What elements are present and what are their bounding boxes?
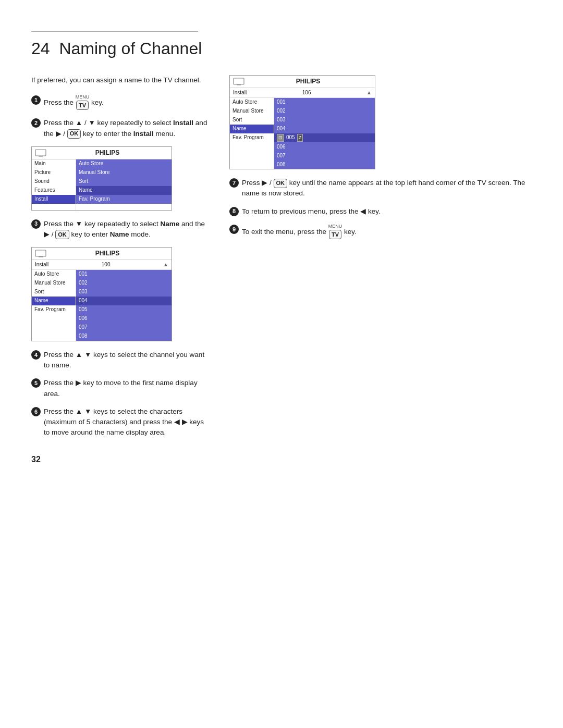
screen3-right-004: 004: [274, 125, 375, 133]
screen-3: PHILIPS Install 106 ▲ Auto Store Manual …: [229, 75, 375, 169]
screen3-right-006: 006: [274, 142, 375, 151]
screen2-header: PHILIPS: [32, 248, 172, 260]
step-1: 1 Press the MENU TV key.: [31, 95, 209, 110]
screen2-left-manualstore: Manual Store: [32, 279, 76, 288]
screen1-right-manualstore: Manual Store: [76, 168, 172, 177]
screen3-body: Auto Store Manual Store Sort Name Fav. P…: [230, 98, 375, 169]
screen3-right-001: 001: [274, 98, 375, 107]
step-2-text: Press the ▲ / ▼ key repeatedly to select…: [44, 118, 209, 139]
screen3-right: 001 002 003 004 ⊡ 005 Z 006 007 008: [274, 98, 375, 169]
screen2-right: 001 002 003 004 005 006 007 008: [76, 270, 172, 341]
step-4-num: 4: [31, 350, 41, 360]
step-9-num: 9: [229, 225, 239, 234]
screen1-right-sort: Sort: [76, 177, 172, 186]
step-3: 3 Press the ▼ key repeatedly to select N…: [31, 219, 209, 240]
step-1-num: 1: [31, 95, 41, 105]
step-2: 2 Press the ▲ / ▼ key repeatedly to sele…: [31, 118, 209, 139]
svg-rect-0: [35, 150, 46, 156]
step-7-num: 7: [229, 178, 239, 188]
screen1-left-sound: Sound: [32, 177, 76, 186]
screen3-right-002: 002: [274, 107, 375, 116]
screen2-right-001: 001: [76, 270, 172, 279]
content-area: If preferred, you can assign a name to t…: [31, 75, 532, 465]
step-4-text: Press the ▲ ▼ keys to select the channel…: [44, 350, 209, 371]
screen1-right-favprogram: Fav. Program: [76, 195, 172, 204]
tv-icon-2: [35, 249, 46, 257]
screen2-left-autostore: Auto Store: [32, 270, 76, 279]
screen1-right: Auto Store Manual Store Sort Name Fav. P…: [76, 159, 172, 210]
screen1-body: Main Picture Sound Features Install Auto…: [32, 159, 172, 210]
screen2-right-002: 002: [76, 279, 172, 288]
tv-icon-1: [35, 149, 46, 157]
screen1-brand: PHILIPS: [46, 149, 168, 157]
screen3-left-name: Name: [230, 125, 274, 133]
screen-1: PHILIPS Main Picture Sound Features Inst…: [31, 146, 172, 211]
svg-rect-5: [237, 84, 241, 85]
screen1-right-empty: [76, 204, 172, 210]
left-column: If preferred, you can assign a name to t…: [31, 75, 209, 465]
screen2-right-008: 008: [76, 332, 172, 341]
step-6-num: 6: [31, 407, 41, 416]
screen1-left-picture: Picture: [32, 168, 76, 177]
ok-key-7: OK: [274, 179, 288, 188]
step-9: 9 To exit the menu, press the MENU TV ke…: [229, 224, 532, 240]
screen1-left: Main Picture Sound Features Install: [32, 159, 76, 210]
page-number: 32: [31, 454, 209, 465]
step-8: 8 To return to previous menu, press the …: [229, 206, 532, 217]
step-1-text: Press the MENU TV key.: [44, 95, 209, 110]
screen1-right-autostore: Auto Store: [76, 159, 172, 168]
screen2-left-favprogram: Fav. Program: [32, 305, 76, 314]
chapter-title: 24 Naming of Channel: [31, 37, 532, 60]
screen2-right-007: 007: [76, 323, 172, 332]
svg-rect-1: [39, 156, 43, 157]
screen2-right-006: 006: [76, 314, 172, 323]
step-2-num: 2: [31, 118, 41, 128]
screen3-left-autostore: Auto Store: [230, 98, 274, 107]
step-6-text: Press the ▲ ▼ keys to select the charact…: [44, 406, 209, 438]
screen3-right-008: 008: [274, 160, 375, 169]
step-5-text: Press the ▶ key to move to the first nam…: [44, 378, 209, 399]
screen2-left-name: Name: [32, 297, 76, 305]
page: 24 Naming of Channel If preferred, you c…: [0, 0, 563, 497]
tv-key-9: TV: [329, 230, 341, 239]
screen3-left: Auto Store Manual Store Sort Name Fav. P…: [230, 98, 274, 169]
step-7: 7 Press ▶ / OK key until the name appear…: [229, 178, 532, 199]
step-6: 6 Press the ▲ ▼ keys to select the chara…: [31, 406, 209, 438]
screen3-left-manualstore: Manual Store: [230, 107, 274, 116]
screen2-right-003: 003: [76, 288, 172, 297]
screen3-right-005: ⊡ 005 Z: [274, 133, 375, 143]
screen1-left-features: Features: [32, 186, 76, 195]
screen1-right-name: Name: [76, 186, 172, 195]
screen3-header: PHILIPS: [230, 76, 375, 88]
svg-rect-4: [234, 78, 244, 84]
svg-rect-3: [39, 256, 43, 257]
chapter-title-text: Naming of Channel: [59, 39, 202, 58]
screen1-header: PHILIPS: [32, 147, 172, 159]
screen3-subheader: Install 106 ▲: [230, 88, 375, 98]
tv-icon-3: [233, 77, 244, 85]
tv-key-1: TV: [76, 101, 89, 110]
right-column: PHILIPS Install 106 ▲ Auto Store Manual …: [229, 75, 532, 465]
screen3-right-003: 003: [274, 116, 375, 125]
screen2-left-sort: Sort: [32, 288, 76, 297]
step-5-num: 5: [31, 378, 41, 388]
screen3-right-007: 007: [274, 151, 375, 160]
chapter-number: 24: [31, 39, 50, 58]
screen3-left-sort: Sort: [230, 116, 274, 125]
screen2-right-004: 004: [76, 297, 172, 305]
step-9-text: To exit the menu, press the MENU TV key.: [242, 224, 532, 240]
screen2-left: Auto Store Manual Store Sort Name Fav. P…: [32, 270, 76, 341]
screen1-left-empty2: [32, 205, 76, 207]
screen1-left-install: Install: [32, 195, 76, 204]
step-3-text: Press the ▼ key repeatedly to select Nam…: [44, 219, 209, 240]
intro-text: If preferred, you can assign a name to t…: [31, 75, 209, 85]
step-8-num: 8: [229, 207, 239, 216]
svg-rect-2: [35, 250, 46, 256]
screen2-right-005: 005: [76, 305, 172, 314]
step-4: 4 Press the ▲ ▼ keys to select the chann…: [31, 350, 209, 371]
step-7-text: Press ▶ / OK key until the name appears …: [242, 178, 532, 199]
step-5: 5 Press the ▶ key to move to the first n…: [31, 378, 209, 399]
screen2-body: Auto Store Manual Store Sort Name Fav. P…: [32, 270, 172, 341]
screen1-header-row: Main: [32, 159, 76, 168]
step-8-text: To return to previous menu, press the ◀ …: [242, 206, 532, 217]
